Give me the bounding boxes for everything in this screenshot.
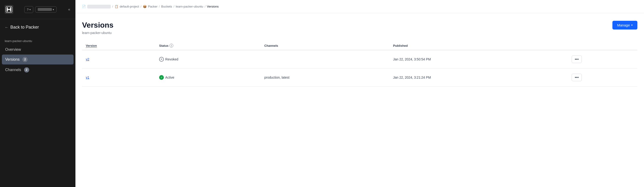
org-name xyxy=(38,8,52,11)
help-icon: ? xyxy=(27,8,28,11)
revoked-label: Revoked xyxy=(165,57,178,61)
page-subtitle: learn-packer-ubuntu xyxy=(82,31,114,35)
sidebar-collapse-button[interactable]: « xyxy=(67,6,72,13)
topbar: 📄 / 📋 default-project / 📦 Packer / Bucke… xyxy=(76,0,644,13)
cell-actions-v2: ••• xyxy=(568,50,638,69)
cell-version-v1: v1 xyxy=(82,69,155,87)
breadcrumb-sep-4: / xyxy=(174,5,174,8)
table-header-row: Version Status i Channels Published xyxy=(82,41,638,50)
cell-published-v2: Jan 22, 2024, 3:50:54 PM xyxy=(389,50,568,69)
col-header-version[interactable]: Version xyxy=(82,41,155,50)
breadcrumb-project-link[interactable]: default-project xyxy=(120,5,139,8)
page-title: Versions xyxy=(82,21,114,30)
org-selector-button[interactable]: ▾ xyxy=(35,6,56,13)
table-row: v1 ✓ Active production, latest Jan 22, 2… xyxy=(82,69,638,87)
status-active: ✓ Active xyxy=(159,75,257,80)
sidebar-item-channels-label: Channels xyxy=(5,68,21,72)
active-label: Active xyxy=(165,76,174,79)
sidebar-item-overview[interactable]: Overview xyxy=(2,45,74,54)
breadcrumb-sep-1: / xyxy=(112,5,113,8)
breadcrumb-packer-item: 📦 Packer xyxy=(143,5,158,8)
cell-channels-v1: production, latest xyxy=(260,69,389,87)
status-info-icon[interactable]: i xyxy=(170,44,173,48)
sidebar-nav: Overview Versions 2 Channels 2 xyxy=(0,45,76,75)
breadcrumb-org-name xyxy=(87,5,111,9)
manage-label: Manage xyxy=(617,23,630,27)
cell-channels-v2 xyxy=(260,50,389,69)
table-body: v2 ✕ Revoked Jan 22, 2024, 3:50:54 PM xyxy=(82,50,638,87)
manage-button[interactable]: Manage ▾ xyxy=(612,21,638,30)
help-button[interactable]: ? ▾ xyxy=(24,6,33,13)
sidebar-item-versions-label: Versions xyxy=(5,57,20,62)
cell-status-v2: ✕ Revoked xyxy=(155,50,260,69)
versions-table: Version Status i Channels Published xyxy=(82,41,638,87)
page-content-area: Versions learn-packer-ubuntu Manage ▾ Ve… xyxy=(76,13,644,187)
main-content: 📄 / 📋 default-project / 📦 Packer / Bucke… xyxy=(76,0,644,187)
breadcrumb-current: Versions xyxy=(207,5,219,8)
row-actions-v1-button[interactable]: ••• xyxy=(572,74,582,81)
version-v2-link[interactable]: v2 xyxy=(86,57,89,61)
col-header-published: Published xyxy=(389,41,568,50)
org-icon: 📄 xyxy=(82,5,86,8)
breadcrumb-bucket-link[interactable]: learn-packer-ubuntu xyxy=(176,5,203,8)
status-revoked: ✕ Revoked xyxy=(159,57,257,62)
revoked-icon: ✕ xyxy=(159,57,164,62)
sidebar-header: ? ▾ ▾ « xyxy=(0,0,76,19)
breadcrumb-sep-5: / xyxy=(204,5,206,8)
col-header-status: Status i xyxy=(155,41,260,50)
page-title-group: Versions learn-packer-ubuntu xyxy=(82,21,114,35)
col-header-channels: Channels xyxy=(260,41,389,50)
breadcrumb: 📄 / 📋 default-project / 📦 Packer / Bucke… xyxy=(82,5,218,9)
sidebar-item-overview-label: Overview xyxy=(5,48,21,52)
sidebar: ? ▾ ▾ « ← Back to Packer learn-packer-ub… xyxy=(0,0,76,187)
version-v1-link[interactable]: v1 xyxy=(86,76,89,79)
manage-chevron-icon: ▾ xyxy=(631,24,633,27)
ellipsis-icon: ••• xyxy=(575,57,579,61)
row-actions-v2-button[interactable]: ••• xyxy=(572,56,582,63)
versions-badge: 2 xyxy=(22,57,28,62)
org-chevron-icon: ▾ xyxy=(53,8,54,11)
cell-actions-v1: ••• xyxy=(568,69,638,87)
breadcrumb-org-item: 📄 xyxy=(82,5,111,9)
table-row: v2 ✕ Revoked Jan 22, 2024, 3:50:54 PM xyxy=(82,50,638,69)
ellipsis-icon: ••• xyxy=(575,75,579,80)
breadcrumb-sep-2: / xyxy=(140,5,142,8)
breadcrumb-buckets-link[interactable]: Buckets xyxy=(161,5,172,8)
table-header: Version Status i Channels Published xyxy=(82,41,638,50)
back-label: Back to Packer xyxy=(10,25,39,30)
active-icon: ✓ xyxy=(159,75,164,80)
back-arrow-icon: ← xyxy=(5,25,8,30)
cell-version-v2: v2 xyxy=(82,50,155,69)
sidebar-item-versions[interactable]: Versions 2 xyxy=(2,55,74,64)
help-chevron-icon: ▾ xyxy=(30,8,31,11)
col-header-actions xyxy=(568,41,638,50)
sidebar-item-channels[interactable]: Channels 2 xyxy=(2,65,74,75)
sidebar-controls: ? ▾ ▾ xyxy=(24,6,56,13)
cell-status-v1: ✓ Active xyxy=(155,69,260,87)
sidebar-section-label: learn-packer-ubuntu xyxy=(0,35,76,45)
project-icon: 📋 xyxy=(114,5,118,8)
packer-icon: 📦 xyxy=(143,5,146,8)
hcp-logo[interactable] xyxy=(4,4,14,15)
breadcrumb-project-item: 📋 default-project xyxy=(114,5,139,8)
breadcrumb-sep-3: / xyxy=(159,5,160,8)
channels-badge: 2 xyxy=(24,67,29,73)
page-header: Versions learn-packer-ubuntu Manage ▾ xyxy=(82,21,638,35)
back-to-packer-link[interactable]: ← Back to Packer xyxy=(0,19,76,35)
breadcrumb-packer-link[interactable]: Packer xyxy=(148,5,158,8)
cell-published-v1: Jan 22, 2024, 3:21:24 PM xyxy=(389,69,568,87)
